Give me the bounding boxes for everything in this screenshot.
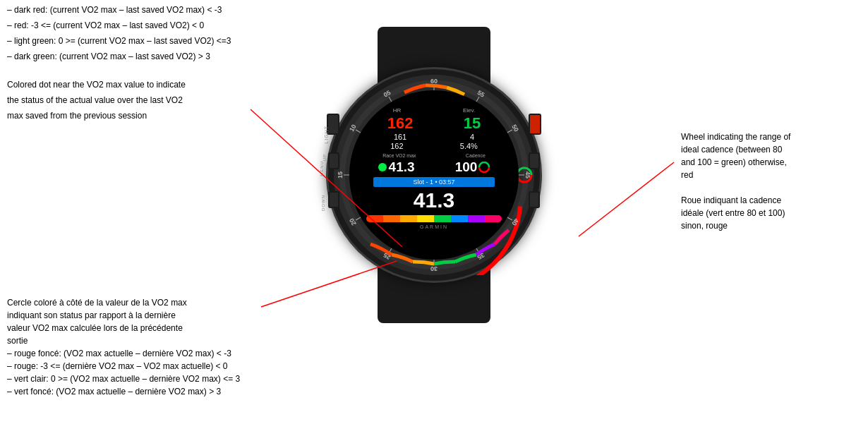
slot-bar: Slot - 1 • 03:57: [373, 177, 495, 187]
annotation-line-1: – dark red: (current VO2 max – last save…: [7, 4, 247, 16]
right-line-2: ideal cadence (between 80: [681, 143, 864, 156]
row3: 162 5.4%: [362, 142, 506, 150]
bl-line-2: indiquant son status par rapport à la de…: [7, 309, 268, 322]
cadence-label: Cadence: [466, 153, 486, 158]
bl-line-4: sortie: [7, 334, 268, 347]
annotation-line-3: – light green: 0 >= (current VO2 max – l…: [7, 35, 247, 47]
bl-line-3: valeur VO2 max calculée lors de la précé…: [7, 322, 268, 334]
watch: LIGHT UP MENU DOWN: [314, 27, 554, 422]
cadence-value: 100: [455, 159, 478, 175]
watch-case: LIGHT UP MENU DOWN: [328, 69, 540, 281]
row2-right: 4: [470, 133, 474, 141]
row3-right: 5.4%: [460, 142, 478, 150]
label-up: UP: [323, 154, 327, 161]
label-down: DOWN: [321, 195, 325, 211]
right-line-8: sinon, rouge: [681, 219, 864, 232]
right-line-6: Roue indiquant la cadence: [681, 194, 864, 207]
right-line-4: red: [681, 169, 864, 181]
annotation-line-6: the status of the actual value over the …: [7, 94, 247, 107]
annotation-line-5: Colored dot near the VO2 max value to in…: [7, 78, 247, 91]
row3-left: 162: [390, 142, 403, 150]
vo2-cadence-values: 41.3 100: [358, 159, 510, 175]
bottom-left-annotation-panel: Cercle coloré à côté de la valeur de la …: [7, 296, 268, 398]
label-light: LIGHT: [324, 126, 329, 144]
right-line-7: idéale (vert entre 80 et 100): [681, 207, 864, 219]
vo2-value: 41.3: [389, 159, 415, 175]
bl-line-1: Cercle coloré à côté de la valeur de la …: [7, 296, 268, 309]
cadence-with-dot: 100: [455, 159, 490, 175]
annotation-line-7: max saved from the previous session: [7, 109, 247, 122]
bottom-color-arc: [366, 215, 502, 222]
left-annotation-panel: – dark red: (current VO2 max – last save…: [7, 4, 247, 125]
annotation-line-4: – dark green: (current VO2 max – last sa…: [7, 50, 247, 63]
hr-value: 162: [387, 114, 414, 133]
svg-text:30: 30: [430, 265, 438, 272]
vo2-with-dot: 41.3: [378, 159, 415, 175]
elev-value: 15: [464, 114, 481, 133]
top-values-row: 162 15: [362, 114, 506, 133]
watch-face: HR Elev. 162 15 161 4 162 5.4%: [349, 90, 519, 260]
bl-line-5: – rouge foncé: (VO2 max actuelle – derni…: [7, 347, 268, 360]
right-line-3: and 100 = green) otherwise,: [681, 156, 864, 169]
green-dot-icon: [378, 163, 387, 171]
garmin-logo: GARMIN: [420, 224, 448, 229]
bl-line-7: – vert clair: 0 >= (VO2 max actuelle – d…: [7, 373, 268, 385]
row2-left: 161: [394, 133, 406, 141]
top-labels-row: HR Elev.: [362, 107, 506, 114]
cadence-wheel-icon: [478, 162, 490, 173]
svg-line-29: [579, 162, 674, 236]
elev-label: Elev.: [463, 107, 475, 114]
right-annotation-panel: Wheel indicating the range of ideal cade…: [681, 131, 864, 232]
right-line-1: Wheel indicating the range of: [681, 131, 864, 143]
big-vo2-value: 41.3: [414, 188, 454, 212]
svg-text:60: 60: [430, 78, 438, 85]
hr-label: HR: [393, 107, 402, 114]
left-annotation-text: – dark red: (current VO2 max – last save…: [7, 4, 247, 122]
race-vo2-label: Race VO2 max: [382, 153, 416, 158]
bl-line-6: – rouge: -3 <= (dernière VO2 max – VO2 m…: [7, 360, 268, 373]
vo2-cadence-labels: Race VO2 max Cadence: [358, 153, 510, 158]
annotation-line-2: – red: -3 <= (current VO2 max – last sav…: [7, 19, 247, 32]
face-content: HR Elev. 162 15 161 4 162 5.4%: [349, 90, 519, 260]
row2: 161 4: [362, 133, 506, 141]
svg-text:15: 15: [337, 171, 344, 178]
bl-line-8: – vert foncé: (VO2 max actuelle – derniè…: [7, 385, 268, 398]
label-menu: MENU: [320, 161, 324, 176]
